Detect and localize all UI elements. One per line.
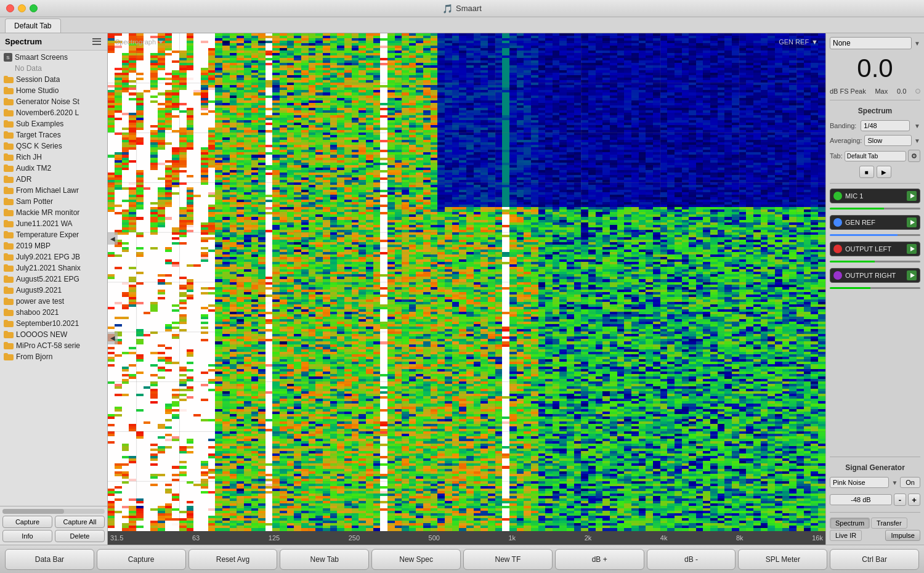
sidebar-menu-button[interactable] <box>92 38 102 46</box>
signal-generator-on-button[interactable]: On <box>900 477 920 488</box>
channel-dot-genref <box>833 218 842 227</box>
sidebar-item-july21[interactable]: July21.2021 Shanix <box>0 262 107 274</box>
sidebar-item-shaboo[interactable]: shaboo 2021 <box>0 307 107 318</box>
sidebar-item-loooos[interactable]: LOOOOS NEW <box>0 329 107 340</box>
sidebar-item-label: Temperature Exper <box>16 230 79 239</box>
sidebar-item-mackie-mr[interactable]: Mackie MR monitor <box>0 207 107 218</box>
banding-select[interactable]: 1/48 <box>861 120 910 131</box>
freq-label-31: 31.5 <box>110 534 123 542</box>
sidebar-item-label: Smaart Screens <box>15 53 68 62</box>
folder-icon <box>4 87 14 94</box>
impulse-button[interactable]: Impulse <box>885 530 920 541</box>
sidebar-item-from-michael[interactable]: From Michael Lawr <box>0 185 107 196</box>
data-bar-button[interactable]: Data Bar <box>5 549 94 570</box>
analysis-tabs: Spectrum Transfer Live IR Impulse <box>830 518 920 541</box>
channel-play-button-output-left[interactable] <box>907 244 917 254</box>
sidebar-item-label: July21.2021 Shanix <box>16 264 81 272</box>
sidebar-item-june11[interactable]: June11.2021 WA <box>0 218 107 229</box>
sidebar-header: Spectrum <box>0 33 107 51</box>
sidebar-item-september10[interactable]: September10.2021 <box>0 318 107 329</box>
channel-play-button-mic1[interactable] <box>907 191 917 201</box>
ctrl-bar-button[interactable]: Ctrl Bar <box>830 549 919 570</box>
sidebar-item-generator-noise[interactable]: Generator Noise St <box>0 96 107 107</box>
averaging-select[interactable]: Slow <box>864 135 912 146</box>
sidebar-item-session-data[interactable]: Session Data <box>0 74 107 85</box>
channel-play-button-output-right[interactable] <box>907 270 917 280</box>
sidebar-item-label: Target Traces <box>16 131 61 139</box>
sidebar-item-qsc-k[interactable]: QSC K Series <box>0 140 107 152</box>
delete-button[interactable]: Delete <box>55 530 105 542</box>
signal-generator-type-select[interactable]: Pink Noise <box>830 477 889 488</box>
sidebar-item-label: From Michael Lawr <box>16 186 79 195</box>
freq-label-8k: 8k <box>736 534 744 542</box>
new-tab-button[interactable]: New Tab <box>280 549 369 570</box>
level-select-dropdown[interactable]: None <box>830 37 912 49</box>
channel-dot-mic1 <box>833 192 842 200</box>
reset-avg-button[interactable]: Reset Avg <box>188 549 278 570</box>
tab-live-ir[interactable]: Live IR <box>830 530 862 541</box>
sidebar-items: S Smaart Screens No Data Session Data Ho… <box>0 51 107 506</box>
tab-spectrum[interactable]: Spectrum <box>830 518 870 529</box>
max-value: 0.0 <box>897 87 906 95</box>
capture-button[interactable]: Capture <box>2 516 52 528</box>
sidebar-item-november[interactable]: November6.2020 L <box>0 107 107 118</box>
channel-name-output-left: OUTPUT LEFT <box>845 245 904 253</box>
sidebar-item-sub-examples[interactable]: Sub Examples <box>0 118 107 129</box>
signal-generator-minus-button[interactable]: - <box>894 494 906 506</box>
sidebar-item-home-studio[interactable]: Home Studio <box>0 85 107 96</box>
spl-meter-button[interactable]: SPL Meter <box>738 549 827 570</box>
level-unit-label: dB FS Peak <box>830 87 866 95</box>
sidebar-item-label: Rich JH <box>16 153 42 161</box>
sidebar-item-sam-potter[interactable]: Sam Potter <box>0 196 107 207</box>
sidebar-item-label: Generator Noise St <box>16 97 79 106</box>
new-spec-button[interactable]: New Spec <box>371 549 461 570</box>
bottom-toolbar: Data Bar Capture Reset Avg New Tab New S… <box>0 545 924 573</box>
sidebar-item-adr[interactable]: ADR <box>0 174 107 185</box>
sidebar-item-smaart-screens[interactable]: S Smaart Screens <box>0 52 107 63</box>
sidebar-item-2019-mbp[interactable]: 2019 MBP <box>0 240 107 251</box>
main-content: Spectrum S Smaart Screens No Data Sessio… <box>0 33 924 545</box>
spectrograph-dropdown-icon[interactable] <box>158 41 163 44</box>
nav-arrow-left[interactable]: ◀ <box>108 232 118 245</box>
default-tab[interactable]: Default Tab <box>5 18 61 33</box>
sidebar-item-mipro[interactable]: MiPro ACT-58 serie <box>0 340 107 351</box>
close-button[interactable] <box>6 4 14 12</box>
db-minus-button[interactable]: dB - <box>647 549 736 570</box>
sidebar-item-july9[interactable]: July9.2021 EPG JB <box>0 251 107 262</box>
spectrograph-container: Spectrograph GEN REF ▼ ◀ ◀ <box>108 33 825 531</box>
new-tf-button[interactable]: New TF <box>463 549 553 570</box>
stop-button[interactable]: ■ <box>859 166 874 178</box>
capture-all-button[interactable]: Capture All <box>55 516 105 528</box>
channel-dot-output-left <box>833 245 842 253</box>
settings-icon-button[interactable]: ⚙ <box>908 150 920 162</box>
averaging-control-row: Averaging: Slow ▼ <box>830 135 920 146</box>
tab-transfer[interactable]: Transfer <box>871 518 907 529</box>
sidebar-item-audix-tm2[interactable]: Audix TM2 <box>0 163 107 174</box>
tab-select[interactable]: Default Tab <box>845 151 906 161</box>
sidebar-item-from-bjorn[interactable]: From Bjorn <box>0 351 107 362</box>
sidebar-item-label: Session Data <box>16 75 60 84</box>
sidebar-item-label: power ave test <box>16 297 64 306</box>
minimize-button[interactable] <box>18 4 26 12</box>
folder-icon <box>4 220 14 227</box>
maximize-button[interactable] <box>30 4 38 12</box>
sidebar-item-temperature[interactable]: Temperature Exper <box>0 229 107 240</box>
capture-toolbar-button[interactable]: Capture <box>97 549 186 570</box>
folder-icon <box>4 165 14 172</box>
sidebar-item-rich-jh[interactable]: Rich JH <box>0 152 107 163</box>
db-plus-button[interactable]: dB + <box>555 549 644 570</box>
tab-control-row: Tab: Default Tab ⚙ <box>830 150 920 162</box>
sidebar-item-august5[interactable]: August5.2021 EPG <box>0 274 107 285</box>
frequency-axis: 31.5 63 125 250 500 1k 2k 4k 8k 16k <box>108 531 825 545</box>
sidebar-item-label: Mackie MR monitor <box>16 208 79 217</box>
play-button[interactable]: ▶ <box>877 166 891 178</box>
channel-play-button-genref[interactable] <box>907 217 917 227</box>
signal-generator-plus-button[interactable]: + <box>908 494 920 506</box>
sidebar-bottom: Capture Capture All Info Delete <box>0 506 107 545</box>
sidebar-item-target-traces[interactable]: Target Traces <box>0 129 107 140</box>
sidebar-item-august9[interactable]: August9.2021 <box>0 285 107 296</box>
nav-arrow-right[interactable]: ◀ <box>108 332 118 344</box>
freq-label-4k: 4k <box>660 534 668 542</box>
sidebar-item-power-ave[interactable]: power ave test <box>0 296 107 307</box>
info-button[interactable]: Info <box>2 530 52 542</box>
